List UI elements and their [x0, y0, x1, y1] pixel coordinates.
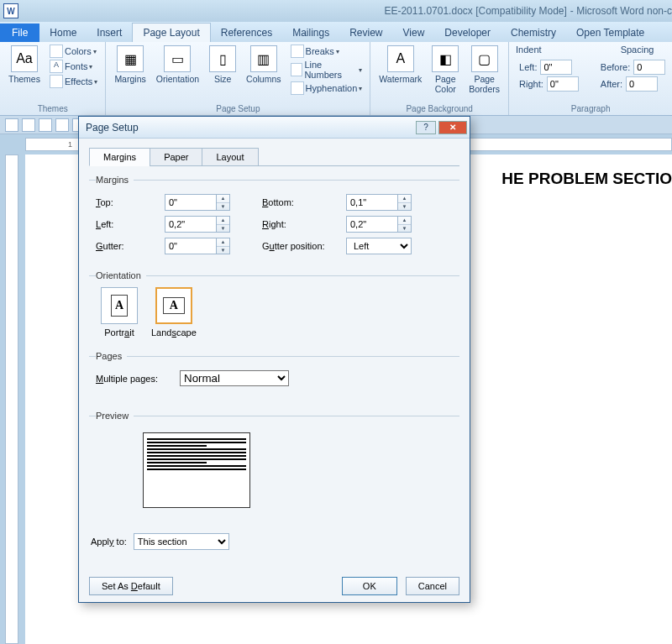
- spacing-before-input[interactable]: [633, 60, 665, 75]
- fonts-icon: A: [50, 60, 63, 73]
- columns-icon: ▥: [250, 45, 277, 72]
- pageborders-icon: ▢: [471, 45, 498, 72]
- margin-bottom-spinner[interactable]: ▲▼: [398, 194, 412, 211]
- ribbon-tab-strip: File Home Insert Page Layout References …: [0, 22, 672, 42]
- fonts-button[interactable]: AFonts▾: [47, 59, 100, 74]
- tab-references[interactable]: References: [211, 24, 282, 42]
- margins-icon: ▦: [117, 45, 144, 72]
- tab-page-layout[interactable]: Page Layout: [132, 23, 210, 42]
- pagecolor-icon: ◧: [432, 45, 459, 72]
- margin-top-spinner[interactable]: ▲▼: [217, 194, 230, 211]
- tab-chemistry[interactable]: Chemistry: [501, 24, 566, 42]
- margins-fieldset: Margins Top: ▲▼ Bottom: ▲▼ Left: ▲▼ Righ…: [89, 175, 459, 262]
- orientation-button[interactable]: ▭Orientation: [153, 44, 202, 86]
- document-text: HE PROBLEM SECTIO: [501, 170, 672, 188]
- preview-thumbnail: [143, 432, 250, 508]
- word-app-icon: W: [3, 3, 18, 18]
- vertical-ruler[interactable]: [5, 154, 18, 644]
- watermark-button[interactable]: AWatermark: [375, 44, 425, 86]
- ribbon: Aa Themes Colors▾ AFonts▾ Effects▾ Theme…: [0, 42, 672, 116]
- window-titlebar: W EE-2011.0701.docx [Compatibility Mode]…: [0, 0, 672, 22]
- page-color-button[interactable]: ◧Page Color: [428, 44, 462, 96]
- gutter-pos-select[interactable]: Left: [346, 238, 412, 254]
- landscape-option[interactable]: A Landscape: [151, 287, 197, 338]
- gutter-spinner[interactable]: ▲▼: [217, 238, 230, 254]
- indent-right-input[interactable]: [547, 76, 579, 92]
- margin-top-label: Top:: [96, 197, 165, 207]
- apply-to-select[interactable]: This section: [134, 533, 229, 550]
- orientation-legend: Orientation: [96, 270, 146, 280]
- columns-button[interactable]: ▥Columns: [243, 44, 284, 86]
- margin-right-input[interactable]: [346, 216, 398, 233]
- margins-button[interactable]: ▦Margins: [111, 44, 149, 86]
- colors-icon: [50, 45, 63, 58]
- cancel-button[interactable]: Cancel: [406, 577, 459, 595]
- dialog-titlebar[interactable]: Page Setup ? ✕: [79, 117, 470, 139]
- margin-bottom-label: Bottom:: [262, 197, 346, 207]
- spacing-after-label: After:: [601, 79, 622, 89]
- hyphen-icon: [291, 81, 304, 95]
- dialog-tab-paper[interactable]: Paper: [150, 148, 202, 166]
- tab-mailings[interactable]: Mailings: [282, 24, 339, 42]
- tab-open-template[interactable]: Open Template: [566, 24, 654, 42]
- group-label-pagebg: Page Background: [375, 102, 503, 113]
- hyphenation-button[interactable]: Hyphenation▾: [288, 81, 365, 96]
- ok-button[interactable]: OK: [342, 577, 397, 595]
- gutter-label: Gutter:: [96, 241, 165, 251]
- indent-right-label: Right:: [519, 79, 543, 89]
- portrait-label: Portrait: [104, 327, 134, 338]
- spacing-header: Spacing: [621, 45, 654, 55]
- tab-home[interactable]: Home: [39, 24, 87, 42]
- multiple-pages-select[interactable]: Normal: [180, 370, 289, 386]
- effects-button[interactable]: Effects▾: [47, 74, 100, 89]
- set-default-button[interactable]: Set As Default: [89, 577, 173, 595]
- page-borders-button[interactable]: ▢Page Borders: [465, 44, 503, 96]
- tab-developer[interactable]: Developer: [434, 24, 501, 42]
- preview-legend: Preview: [96, 411, 134, 421]
- group-label-pagesetup: Page Setup: [111, 102, 365, 113]
- group-page-background: AWatermark ◧Page Color ▢Page Borders Pag…: [370, 42, 509, 115]
- qat-undo-icon[interactable]: [22, 118, 35, 132]
- tab-file[interactable]: File: [0, 24, 39, 42]
- preview-fieldset: Preview: [89, 411, 459, 513]
- portrait-option[interactable]: A Portrait: [101, 287, 138, 338]
- page-setup-dialog: Page Setup ? ✕ Margins Paper Layout Marg…: [78, 116, 470, 603]
- group-page-setup: ▦Margins ▭Orientation ▯Size ▥Columns Bre…: [106, 42, 370, 115]
- dialog-help-button[interactable]: ?: [416, 121, 436, 134]
- margin-right-spinner[interactable]: ▲▼: [398, 216, 412, 233]
- dialog-tab-margins[interactable]: Margins: [89, 148, 150, 166]
- margin-bottom-input[interactable]: [346, 194, 398, 211]
- tab-review[interactable]: Review: [339, 24, 392, 42]
- margins-legend: Margins: [96, 175, 134, 185]
- qat-save-icon[interactable]: [5, 118, 18, 132]
- size-button[interactable]: ▯Size: [206, 44, 239, 86]
- orientation-fieldset: Orientation A Portrait A Landscape: [89, 270, 459, 343]
- qat-redo-icon[interactable]: [39, 118, 52, 132]
- margin-left-spinner[interactable]: ▲▼: [217, 216, 230, 233]
- qat-icon[interactable]: [55, 118, 69, 132]
- themes-button[interactable]: Aa Themes: [5, 44, 44, 86]
- effects-icon: [50, 75, 63, 88]
- pages-fieldset: Pages Multiple pages: Normal: [89, 351, 459, 394]
- indent-left-input[interactable]: [540, 60, 572, 75]
- tab-view[interactable]: View: [393, 24, 435, 42]
- tab-insert[interactable]: Insert: [87, 24, 132, 42]
- margin-top-input[interactable]: [165, 194, 217, 211]
- breaks-button[interactable]: Breaks▾: [288, 44, 365, 59]
- margin-left-input[interactable]: [165, 216, 217, 233]
- landscape-label: Landscape: [151, 327, 197, 338]
- pages-legend: Pages: [96, 351, 127, 361]
- dialog-tab-layout[interactable]: Layout: [202, 148, 258, 166]
- gutter-input[interactable]: [165, 238, 217, 254]
- group-themes: Aa Themes Colors▾ AFonts▾ Effects▾ Theme…: [0, 42, 106, 115]
- margin-left-label: Left:: [96, 219, 165, 229]
- size-icon: ▯: [209, 45, 236, 72]
- breaks-icon: [291, 45, 304, 58]
- linenum-icon: [291, 63, 303, 76]
- document-title: EE-2011.0701.docx [Compatibility Mode]: [384, 5, 566, 17]
- line-numbers-button[interactable]: Line Numbers▾: [288, 59, 365, 81]
- dialog-close-button[interactable]: ✕: [438, 121, 467, 134]
- colors-button[interactable]: Colors▾: [47, 44, 100, 59]
- spacing-after-input[interactable]: [626, 76, 658, 92]
- watermark-icon: A: [387, 45, 414, 72]
